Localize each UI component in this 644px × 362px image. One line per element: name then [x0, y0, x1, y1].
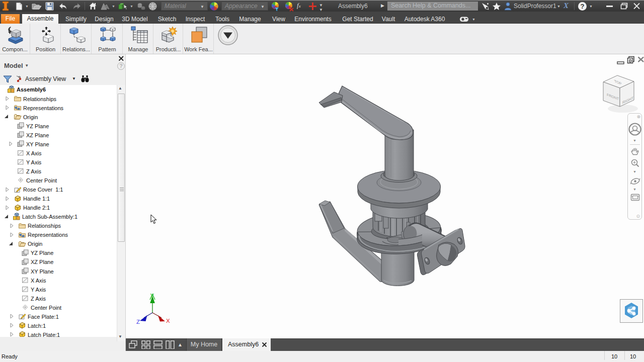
svg-text:X: X: [166, 318, 170, 324]
svg-text:Y: Y: [150, 293, 154, 299]
svg-text:Z: Z: [136, 319, 140, 325]
svg-text:?: ?: [581, 3, 585, 10]
